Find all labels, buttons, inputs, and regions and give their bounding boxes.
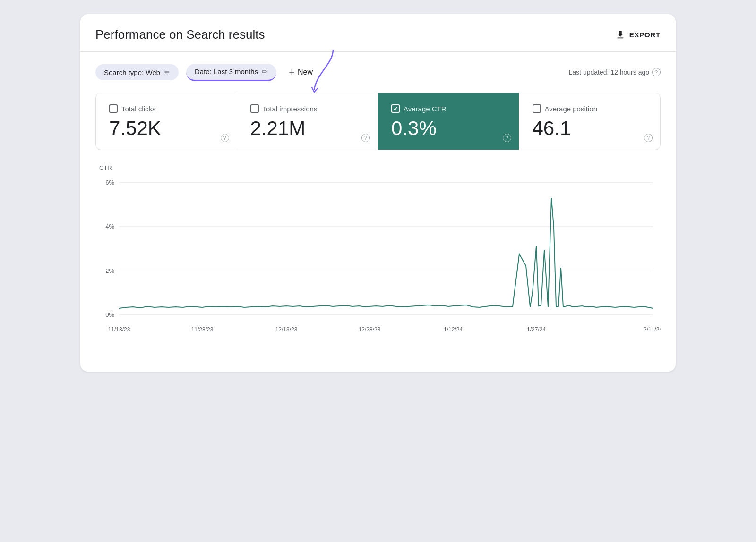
average-position-label: Average position [545, 105, 597, 113]
total-impressions-value: 2.21M [250, 119, 365, 138]
metric-total-clicks[interactable]: Total clicks 7.52K ? [96, 93, 237, 150]
svg-text:11/28/23: 11/28/23 [191, 326, 214, 333]
total-clicks-help-icon[interactable]: ? [221, 134, 229, 142]
average-position-value: 46.1 [533, 119, 647, 138]
date-range-filter[interactable]: Date: Last 3 months ✏ [186, 64, 276, 81]
svg-text:0%: 0% [105, 311, 114, 318]
last-updated-section: Last updated: 12 hours ago ? [569, 68, 661, 76]
average-position-checkbox[interactable] [533, 104, 541, 113]
svg-text:4%: 4% [105, 223, 114, 230]
svg-text:12/13/23: 12/13/23 [275, 326, 298, 333]
svg-text:12/28/23: 12/28/23 [359, 326, 381, 333]
total-impressions-label: Total impressions [263, 105, 318, 113]
total-impressions-help: ? [361, 133, 370, 142]
svg-text:11/13/23: 11/13/23 [108, 326, 130, 333]
svg-text:1/27/24: 1/27/24 [527, 326, 546, 333]
last-updated-text: Last updated: 12 hours ago [569, 68, 649, 76]
plus-icon: + [289, 66, 295, 78]
header: Performance on Search results EXPORT [80, 14, 676, 52]
main-card: Performance on Search results EXPORT Sea… [80, 14, 676, 372]
filters-row: Search type: Web ✏ Date: Last 3 months ✏… [80, 52, 676, 93]
total-impressions-help-icon[interactable]: ? [361, 134, 370, 142]
average-ctr-value: 0.3% [391, 119, 506, 138]
ctr-line [119, 198, 653, 308]
svg-text:2/11/24: 2/11/24 [644, 326, 661, 333]
metric-average-position[interactable]: Average position 46.1 ? [519, 93, 661, 150]
total-impressions-checkbox[interactable] [250, 104, 259, 113]
average-ctr-checkbox[interactable] [391, 104, 400, 113]
last-updated-help-icon[interactable]: ? [652, 68, 661, 76]
search-type-filter[interactable]: Search type: Web ✏ [95, 64, 179, 80]
metric-total-impressions[interactable]: Total impressions 2.21M ? [237, 93, 378, 150]
chart-area: CTR 6% 4% 2% 0% 11/13/23 [80, 150, 676, 357]
total-clicks-help: ? [221, 133, 229, 142]
total-clicks-value: 7.52K [109, 119, 223, 138]
svg-text:2%: 2% [105, 267, 114, 274]
total-clicks-label: Total clicks [121, 105, 156, 113]
average-ctr-help-icon[interactable]: ? [503, 134, 511, 142]
chart-y-label: CTR [99, 164, 661, 171]
arrow-annotation [312, 50, 354, 97]
average-ctr-help: ? [503, 133, 511, 142]
new-filter-button[interactable]: + New [284, 62, 318, 82]
search-type-edit-icon: ✏ [164, 68, 170, 76]
export-icon [615, 30, 626, 40]
export-button[interactable]: EXPORT [615, 30, 661, 40]
average-position-help-icon[interactable]: ? [644, 134, 653, 142]
average-ctr-label: Average CTR [404, 105, 447, 113]
svg-text:6%: 6% [105, 179, 114, 186]
total-clicks-checkbox[interactable] [109, 104, 118, 113]
average-position-help: ? [644, 133, 653, 142]
page-title: Performance on Search results [95, 27, 265, 42]
date-range-label: Date: Last 3 months [195, 68, 258, 76]
export-label: EXPORT [629, 31, 661, 39]
svg-text:1/12/24: 1/12/24 [444, 326, 463, 333]
metric-average-ctr[interactable]: Average CTR 0.3% ? [378, 93, 519, 150]
search-type-label: Search type: Web [104, 68, 160, 76]
new-button-label: New [298, 68, 313, 76]
chart-svg: 6% 4% 2% 0% 11/13/23 11/28/23 12/13/23 1… [95, 173, 661, 353]
chart-container: 6% 4% 2% 0% 11/13/23 11/28/23 12/13/23 1… [95, 173, 661, 353]
metrics-row: Total clicks 7.52K ? Total impressions 2… [95, 93, 661, 150]
date-range-edit-icon: ✏ [262, 68, 268, 76]
